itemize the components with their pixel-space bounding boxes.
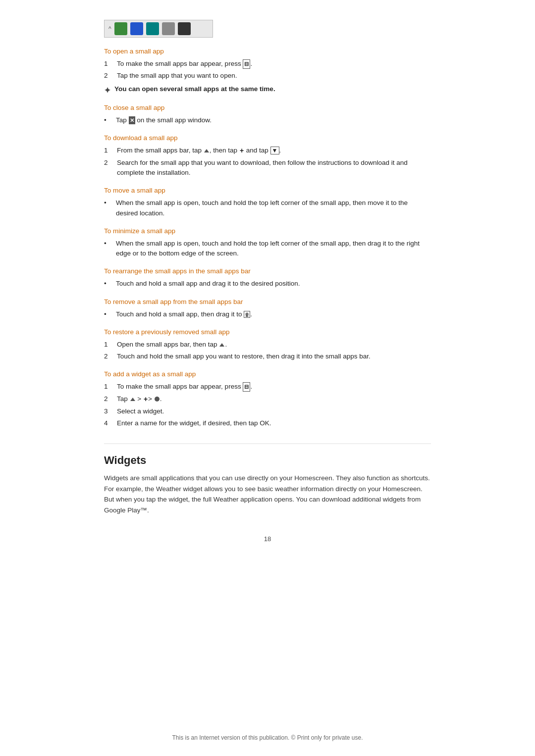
tip-open: ✦ You can open several small apps at the… bbox=[104, 85, 431, 95]
step-addwidget-2: 2 Tap > +> . bbox=[104, 394, 431, 404]
section-open-steps: 1 To make the small apps bar appear, pre… bbox=[104, 59, 431, 81]
section-title-restore: To restore a previously removed small ap… bbox=[104, 328, 431, 336]
bullet-close-1: Tap ✕ on the small app window. bbox=[104, 115, 431, 125]
app-icon-5 bbox=[178, 22, 191, 35]
dot-icon bbox=[155, 397, 160, 402]
step-open-1: 1 To make the small apps bar appear, pre… bbox=[104, 59, 431, 69]
section-download-steps: 1 From the small apps bar, tap , then ta… bbox=[104, 146, 431, 178]
section-move-bullets: When the small app is open, touch and ho… bbox=[104, 198, 431, 218]
section-title-addwidget: To add a widget as a small app bbox=[104, 370, 431, 378]
section-title-rearrange: To rearrange the small apps in the small… bbox=[104, 267, 431, 275]
section-title-close: To close a small app bbox=[104, 104, 431, 111]
plus-icon: + bbox=[240, 146, 244, 156]
up-chevron-icon-3 bbox=[130, 398, 135, 401]
app-icon-4 bbox=[162, 22, 175, 35]
app-icon-3 bbox=[146, 22, 159, 35]
section-addwidget-steps: 1 To make the small apps bar appear, pre… bbox=[104, 382, 431, 428]
page-number: 18 bbox=[104, 535, 431, 543]
section-minimize: To minimize a small app When the small a… bbox=[104, 227, 431, 259]
section-close-bullets: Tap ✕ on the small app window. bbox=[104, 115, 431, 125]
bullet-move-1: When the small app is open, touch and ho… bbox=[104, 198, 431, 218]
section-remove-bullets: Touch and hold a small app, then drag it… bbox=[104, 309, 431, 319]
section-widgets: Widgets Widgets are small applications t… bbox=[104, 443, 431, 515]
apps-bar-illustration: ^ bbox=[104, 20, 213, 38]
section-restore-steps: 1 Open the small apps bar, then tap . 2 … bbox=[104, 340, 431, 362]
caret-icon: ^ bbox=[108, 25, 111, 32]
section-title-minimize: To minimize a small app bbox=[104, 227, 431, 235]
step-addwidget-4: 4 Enter a name for the widget, if desire… bbox=[104, 418, 431, 428]
section-rearrange-bullets: Touch and hold a small app and drag it t… bbox=[104, 279, 431, 289]
section-close: To close a small app Tap ✕ on the small … bbox=[104, 104, 431, 125]
section-remove: To remove a small app from the small app… bbox=[104, 298, 431, 319]
step-open-2: 2 Tap the small app that you want to ope… bbox=[104, 71, 431, 81]
step-restore-2: 2 Touch and hold the small app you want … bbox=[104, 352, 431, 361]
section-move: To move a small app When the small app i… bbox=[104, 187, 431, 218]
app-icon-1 bbox=[114, 22, 127, 35]
section-minimize-bullets: When the small app is open, touch and ho… bbox=[104, 239, 431, 259]
section-restore: To restore a previously removed small ap… bbox=[104, 328, 431, 362]
trash-icon: 🗑 bbox=[244, 311, 250, 318]
section-title-remove: To remove a small app from the small app… bbox=[104, 298, 431, 305]
section-open: To open a small app 1 To make the small … bbox=[104, 48, 431, 95]
footer-note: This is an Internet version of this publ… bbox=[0, 734, 535, 741]
section-download: To download a small app 1 From the small… bbox=[104, 134, 431, 178]
filter-icon: ▼ bbox=[270, 147, 279, 154]
bullet-remove-1: Touch and hold a small app, then drag it… bbox=[104, 309, 431, 319]
step-addwidget-3: 3 Select a widget. bbox=[104, 406, 431, 416]
small-app-icon-2: ⊟ bbox=[243, 382, 250, 392]
plus-icon-2: + bbox=[144, 394, 148, 404]
step-restore-1: 1 Open the small apps bar, then tap . bbox=[104, 340, 431, 350]
section-title-move: To move a small app bbox=[104, 187, 431, 194]
small-app-icon: ⊟ bbox=[243, 59, 250, 69]
step-addwidget-1: 1 To make the small apps bar appear, pre… bbox=[104, 382, 431, 392]
widgets-body: Widgets are small applications that you … bbox=[104, 473, 431, 515]
step-download-2: 2 Search for the small app that you want… bbox=[104, 158, 431, 178]
app-icon-2 bbox=[130, 22, 143, 35]
step-download-1: 1 From the small apps bar, tap , then ta… bbox=[104, 146, 431, 156]
close-x-icon: ✕ bbox=[129, 116, 135, 125]
section-title-download: To download a small app bbox=[104, 134, 431, 142]
tip-icon: ✦ bbox=[104, 86, 110, 95]
up-chevron-icon-2 bbox=[219, 343, 224, 347]
widgets-heading: Widgets bbox=[104, 443, 431, 467]
section-rearrange: To rearrange the small apps in the small… bbox=[104, 267, 431, 289]
bullet-minimize-1: When the small app is open, touch and ho… bbox=[104, 239, 431, 259]
bullet-rearrange-1: Touch and hold a small app and drag it t… bbox=[104, 279, 431, 289]
up-chevron-icon bbox=[204, 149, 209, 152]
section-title-open: To open a small app bbox=[104, 48, 431, 55]
section-addwidget: To add a widget as a small app 1 To make… bbox=[104, 370, 431, 428]
